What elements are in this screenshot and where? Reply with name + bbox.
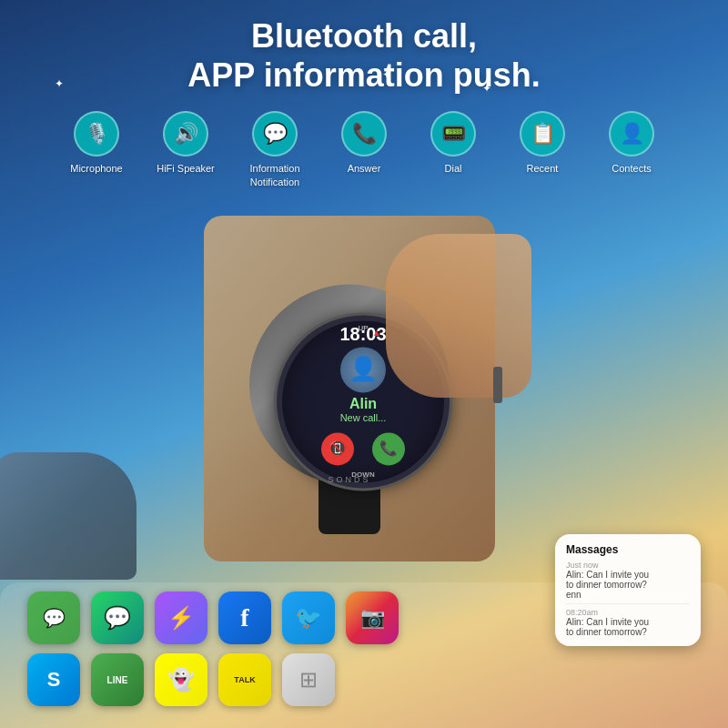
- watch-call-status: New call...: [340, 412, 387, 423]
- brand-label: SONDS: [328, 475, 370, 484]
- app-line[interactable]: 💬: [27, 592, 80, 644]
- app-kakaotalk[interactable]: TALK: [218, 653, 271, 706]
- dial-icon: 📟: [430, 111, 476, 157]
- contacts-label: Contects: [612, 162, 651, 175]
- recent-label: Recent: [527, 162, 559, 175]
- watch-avatar: 👤: [340, 347, 386, 392]
- feature-recent: 📋 Recent: [506, 111, 579, 188]
- app-twitter[interactable]: 🐦: [282, 592, 335, 644]
- feature-microphone: 🎙️ Microphone: [60, 111, 133, 188]
- answer-label: Answer: [348, 162, 381, 175]
- notification-msg2: Alin: Can I invite youto dinner tomorrow…: [566, 617, 690, 637]
- headline: Bluetooth call, APP information push.: [18, 16, 710, 95]
- watch-side-button[interactable]: [493, 367, 502, 403]
- app-snapchat[interactable]: 👻: [155, 653, 207, 706]
- feature-answer: 📞 Answer: [328, 111, 400, 188]
- app-grid[interactable]: ⊞: [282, 653, 335, 706]
- app-whatsapp[interactable]: 💬: [91, 592, 144, 644]
- contacts-icon: 👤: [609, 111, 654, 157]
- headline-line1: Bluetooth call,: [251, 17, 477, 55]
- recent-icon: 📋: [520, 111, 565, 157]
- features-row: 🎙️ Microphone 🔊 HiFi Speaker 💬 Informati…: [0, 104, 728, 197]
- feature-contacts: 👤 Contects: [595, 111, 668, 188]
- dial-label: Dial: [445, 162, 462, 175]
- notification-title: Massages: [566, 543, 618, 556]
- information-notification-label: InformationNotification: [249, 162, 299, 188]
- information-notification-icon: 💬: [252, 111, 298, 157]
- star-decoration-2: ✦: [382, 68, 391, 81]
- app-facebook[interactable]: f: [218, 592, 271, 644]
- answer-icon: 📞: [341, 111, 387, 157]
- feature-dial: 📟 Dial: [417, 111, 490, 188]
- apps-row-2: S LINE 👻 TALK ⊞: [18, 653, 710, 706]
- app-skype[interactable]: S: [27, 653, 80, 706]
- accept-button[interactable]: 📞: [372, 432, 405, 465]
- hifi-speaker-label: HiFi Speaker: [157, 162, 215, 175]
- app-line2[interactable]: LINE: [91, 653, 144, 706]
- notification-time2: 08:20am: [566, 608, 690, 617]
- notification-msg1: Alin: Can I invite youto dinner tomorrow…: [566, 570, 690, 600]
- main-content: 18:03 👤 Alin New call... 📵 📞 UP DOWN: [0, 197, 728, 580]
- decline-button[interactable]: 📵: [321, 432, 354, 465]
- microphone-label: Microphone: [70, 162, 122, 175]
- app-instagram[interactable]: 📷: [346, 592, 399, 644]
- red-marker: ▲: [372, 328, 381, 338]
- notification-divider: [566, 603, 690, 604]
- notification-bubble: Massages Just now Alin: Can I invite you…: [555, 534, 701, 646]
- bezel-label-up: UP: [358, 324, 368, 332]
- feature-hifi-speaker: 🔊 HiFi Speaker: [149, 111, 222, 188]
- microphone-icon: 🎙️: [74, 111, 119, 157]
- watch-container: 18:03 👤 Alin New call... 📵 📞 UP DOWN: [204, 216, 495, 561]
- star-decoration-1: ✦: [55, 77, 64, 90]
- feature-information-notification: 💬 InformationNotification: [238, 111, 311, 188]
- hand-decoration: [386, 234, 531, 398]
- watch-call-buttons: 📵 📞: [321, 432, 405, 465]
- star-decoration-3: ✦: [482, 82, 491, 95]
- watch-caller-name: Alin: [349, 396, 377, 412]
- app-messenger[interactable]: ⚡: [155, 592, 207, 644]
- header: Bluetooth call, APP information push.: [0, 0, 728, 104]
- hifi-speaker-icon: 🔊: [163, 111, 208, 157]
- glove-decoration: [0, 452, 136, 580]
- notification-time1: Just now: [566, 561, 599, 570]
